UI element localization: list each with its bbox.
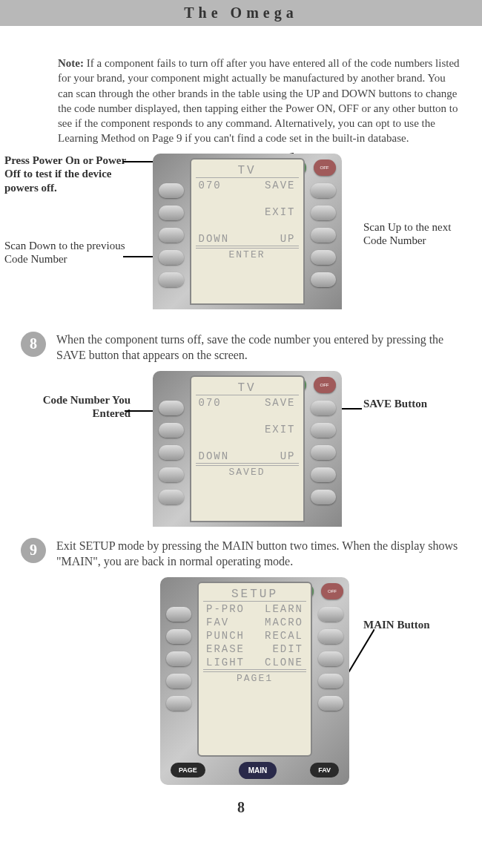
down-label: DOWN (199, 450, 230, 462)
side-button (159, 228, 184, 243)
callout-main-button: MAIN Button (363, 618, 460, 632)
side-button (318, 651, 343, 666)
save-label: SAVE (265, 180, 296, 191)
up-label: UP (280, 233, 296, 245)
note-label: Note: (58, 57, 84, 69)
side-button (166, 696, 191, 711)
step-number-8: 8 (21, 332, 46, 357)
side-button (159, 401, 184, 415)
callout-power-test: Press Power On or Power Off to test if t… (4, 154, 131, 195)
screen-row: 070 SAVE (196, 397, 299, 409)
side-button (311, 272, 336, 287)
code-number: 070 (199, 180, 222, 191)
save-label: SAVE (265, 397, 296, 409)
right-side-buttons (311, 401, 336, 512)
screen-blank (196, 193, 299, 205)
lcd-screen-1: TV 070 SAVE EXIT DOWN UP ENTER (190, 158, 305, 305)
down-label: DOWN (199, 233, 230, 245)
side-button (311, 401, 336, 415)
page-number: 8 (0, 789, 482, 826)
side-button (311, 228, 336, 243)
callout-scan-up: Scan Up to the next Code Number (363, 220, 460, 249)
side-button (311, 206, 336, 220)
side-button (159, 467, 184, 482)
screen-row: PUNCHRECAL (203, 630, 306, 642)
remote-illustration-1: ON OFF TV 070 SAVE (153, 154, 342, 309)
screen-row: DOWN UP (196, 233, 299, 246)
fav-button: FAV (310, 763, 339, 777)
side-button (318, 629, 343, 644)
screen-footer: SAVED (196, 465, 299, 478)
side-button (311, 490, 336, 504)
screen-footer: PAGE1 (203, 671, 306, 684)
side-button (318, 674, 343, 688)
invisible-btn (159, 377, 181, 393)
side-button (311, 445, 336, 460)
right-side-buttons (311, 183, 336, 295)
code-number: 070 (199, 397, 222, 409)
screen-row: FAVMACRO (203, 617, 306, 628)
off-button: OFF (314, 377, 336, 393)
callout-code-entered: Code Number You Entered (4, 393, 131, 421)
side-button (159, 183, 184, 198)
exit-label: EXIT (265, 424, 296, 435)
up-label: UP (280, 450, 296, 462)
side-button (311, 423, 336, 438)
off-button: OFF (321, 583, 343, 599)
page-header: The Omega (0, 0, 482, 26)
remote-illustration-2: ON OFF TV 070 SAVE (153, 371, 342, 527)
step-9: 9 Exit SETUP mode by pressing the MAIN b… (0, 530, 482, 577)
main-button: MAIN (239, 762, 277, 779)
step-number-9: 9 (21, 538, 46, 563)
left-side-buttons (159, 401, 184, 512)
screen-row: EXIT (196, 206, 299, 218)
side-button (166, 607, 191, 622)
screen-blank (196, 437, 299, 449)
screen-footer: ENTER (196, 248, 299, 260)
side-button (159, 490, 184, 504)
side-button (159, 272, 184, 287)
left-side-buttons (166, 607, 191, 718)
left-side-buttons (159, 183, 184, 295)
note-text: If a component fails to turn off after y… (58, 57, 460, 144)
screen-title: SETUP (203, 588, 306, 602)
side-button (166, 629, 191, 644)
screen-row: DOWN UP (196, 450, 299, 464)
screen-title: TV (196, 381, 299, 395)
invisible-btn (159, 160, 181, 176)
side-button (311, 183, 336, 198)
remote-illustration-3: ON OFF SETUP P-PROLEARN FAVMACRO PUNC (160, 577, 349, 785)
screen-blank (196, 220, 299, 231)
callout-scan-down: Scan Down to the previous Code Number (4, 239, 131, 266)
step-9-text: Exit SETUP mode by pressing the MAIN but… (56, 538, 460, 570)
side-button (166, 674, 191, 688)
screen-title: TV (196, 164, 299, 178)
step-8-text: When the component turns off, save the c… (56, 332, 460, 364)
screen-row: P-PROLEARN (203, 603, 306, 615)
callout-save-button: SAVE Button (363, 397, 460, 411)
screen-row: ERASEEDIT (203, 643, 306, 655)
side-button (159, 206, 184, 220)
right-side-buttons (318, 607, 343, 718)
side-button (311, 467, 336, 482)
screen-row: LIGHTCLONE (203, 657, 306, 670)
note-paragraph: Note: If a component fails to turn off a… (0, 26, 482, 154)
screen-row: EXIT (196, 424, 299, 435)
page-button: PAGE (171, 763, 205, 777)
step-8: 8 When the component turns off, save the… (0, 317, 482, 371)
exit-label: EXIT (265, 206, 296, 218)
side-button (166, 651, 191, 666)
side-button (159, 423, 184, 438)
off-button: OFF (314, 160, 336, 176)
screen-blank (196, 410, 299, 422)
lcd-screen-3: SETUP P-PROLEARN FAVMACRO PUNCHRECAL ERA… (197, 582, 312, 757)
invisible-btn (166, 583, 188, 599)
side-button (159, 250, 184, 265)
lcd-screen-2: TV 070 SAVE EXIT DOWN UP SAVED (190, 375, 305, 522)
side-button (159, 445, 184, 460)
side-button (318, 696, 343, 711)
bottom-button-row: PAGE MAIN FAV (171, 762, 339, 779)
side-button (311, 250, 336, 265)
screen-row: 070 SAVE (196, 180, 299, 191)
side-button (318, 607, 343, 622)
